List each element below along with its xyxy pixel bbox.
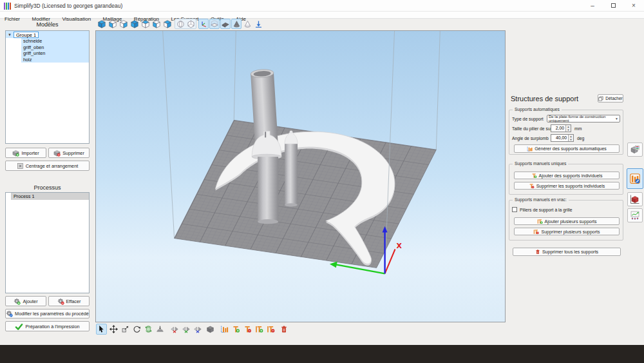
prepare-print-button[interactable]: Préparation à l'impression (5, 321, 90, 331)
view-back-cube-icon[interactable] (162, 19, 173, 29)
view-front-cube-icon[interactable] (129, 19, 140, 29)
grid-pillars-checkbox[interactable] (512, 207, 517, 212)
projection-orthographic-icon[interactable] (175, 19, 185, 28)
import-button-label: Importer (21, 150, 39, 156)
generate-supports-label: Générer des supports automatiques (535, 146, 607, 151)
support-type-select[interactable]: De la plate-forme de construction unique… (547, 115, 620, 123)
add-process-button[interactable]: Ajouter (5, 296, 46, 306)
move-model-icon[interactable] (108, 324, 119, 335)
view-iso-cube-icon[interactable] (97, 19, 107, 29)
generate-supports-icon (527, 146, 533, 152)
add-multiple-supports-icon[interactable] (254, 324, 265, 335)
close-button[interactable]: × (623, 0, 644, 12)
spinner-arrows[interactable]: ▲▼ (565, 125, 571, 132)
mirror-y-icon[interactable] (180, 324, 191, 335)
edit-process-settings-button[interactable]: Modifier les paramètres du procédé (5, 309, 90, 319)
print-statistics-icon[interactable] (627, 208, 643, 222)
mirror-z-icon[interactable] (192, 324, 203, 335)
remove-multiple-supports-button[interactable]: Supprimer plusieurs supports (514, 228, 620, 235)
chevron-down-icon[interactable]: ▼ (6, 33, 14, 37)
add-individual-supports-button[interactable]: Ajouter des supports individuels (514, 172, 620, 179)
center-arrange-button[interactable]: Centrage et arrangement (5, 161, 90, 171)
generate-supports-button[interactable]: Générer des supports automatiques (514, 144, 620, 153)
minimize-button[interactable]: – (582, 0, 603, 12)
remove-support-icon (529, 183, 535, 189)
import-button[interactable]: Importer (5, 148, 46, 158)
model-griff-oben[interactable] (285, 130, 298, 206)
scale-model-icon[interactable] (120, 324, 131, 335)
tree-item-schneide[interactable]: schneide (21, 38, 89, 44)
processes-panel-title: Processus (5, 184, 90, 191)
tree-item-griff-unten[interactable]: griff_unten (21, 50, 89, 57)
grid-pillars-checkbox-label: Piliers de support à la grille (520, 208, 573, 212)
chevron-down-icon: ▼ (615, 117, 618, 121)
detach-button[interactable]: Détacher (598, 94, 623, 103)
pack-models-icon[interactable] (205, 324, 216, 335)
process-label[interactable]: Process 1 (12, 193, 89, 200)
models-tree[interactable]: ▼ Groupe 1 schneide griff_oben griff_unt… (5, 30, 90, 144)
drop-to-bed-icon[interactable] (253, 19, 263, 29)
green-check-icon (15, 323, 23, 330)
tree-group-row[interactable]: ▼ Groupe 1 (6, 31, 89, 38)
projection-perspective-icon[interactable] (185, 19, 196, 28)
support-structures-tool-icon[interactable] (627, 168, 643, 189)
remove-individual-supports-button[interactable]: Supprimer les supports individuels (514, 182, 620, 190)
viewport-3d[interactable]: X (95, 30, 506, 322)
rotate-view-icon[interactable] (143, 324, 154, 335)
show-model-solid-icon[interactable] (231, 19, 242, 29)
tree-group-label[interactable]: Groupe 1 (14, 32, 39, 38)
mirror-x-icon[interactable] (169, 324, 180, 335)
pillar-size-value[interactable]: 2,00 (551, 125, 565, 132)
delete-model-button[interactable]: Supprimer (48, 148, 90, 158)
projection-toggle-group (175, 19, 196, 29)
overhang-angle-spinner[interactable]: 40,00 ▲▼ (551, 134, 574, 142)
view-left-cube-icon[interactable] (118, 19, 129, 29)
processes-list[interactable]: Process 1 (5, 192, 90, 293)
pillar-size-unit: mm (574, 126, 582, 131)
generate-supports-icon[interactable] (219, 324, 230, 335)
show-build-plate-solid-icon[interactable] (220, 19, 231, 29)
gear-minus-icon (57, 298, 64, 305)
models-panel-title: Modèles (5, 21, 90, 28)
process-color-cell (6, 193, 12, 200)
prepare-print-label: Préparation à l'impression (25, 324, 79, 329)
process-row[interactable]: Process 1 (6, 193, 89, 200)
add-support-icon (531, 173, 537, 179)
lay-flat-icon[interactable] (155, 324, 166, 335)
clear-process-button[interactable]: Effacer (48, 296, 90, 306)
auto-supports-group-label: Supports automatiques (513, 107, 562, 112)
gear-plus-icon (14, 298, 21, 305)
view-right-cube-icon[interactable] (151, 19, 162, 29)
tree-item-holz[interactable]: holz (21, 57, 89, 63)
select-cursor-icon[interactable] (96, 324, 107, 335)
tree-item-griff-oben[interactable]: griff_oben (21, 44, 89, 51)
overhang-angle-value[interactable]: 40,00 (551, 135, 568, 141)
cross-section-icon[interactable] (627, 192, 643, 206)
axis-x-label: X (397, 242, 402, 250)
view-top-cube-icon[interactable] (140, 19, 151, 29)
gear-edit-icon (6, 310, 13, 317)
maximize-button[interactable] (603, 0, 623, 12)
spinner-arrows[interactable]: ▲▼ (568, 135, 573, 141)
detach-window-icon (598, 96, 603, 101)
remove-multiple-supports-icon[interactable] (265, 324, 276, 335)
remove-all-supports-button[interactable]: Supprimer tous les supports (513, 248, 621, 256)
rotate-model-icon[interactable] (131, 324, 142, 335)
pillar-size-spinner[interactable]: 2,00 ▲▼ (551, 124, 571, 132)
arrange-grid-icon (17, 162, 24, 170)
simplify3d-logo-icon (4, 3, 11, 10)
view-bottom-cube-icon[interactable] (108, 19, 118, 29)
overhang-angle-label: Angle de surplomb (512, 136, 549, 141)
show-model-wireframe-icon[interactable] (242, 19, 252, 29)
model-settings-icon[interactable] (627, 142, 643, 157)
title-bar: Simplify3D (Licensed to georges garandea… (0, 0, 644, 12)
remove-support-icon[interactable] (242, 324, 253, 335)
delete-all-supports-icon[interactable] (278, 324, 289, 335)
show-build-plate-wire-icon[interactable] (209, 19, 220, 29)
trash-icon (535, 249, 540, 255)
add-support-icon[interactable] (231, 324, 242, 335)
delete-model-button-label: Supprimer (62, 150, 84, 156)
clear-process-button-label: Effacer (66, 299, 81, 304)
show-axes-icon[interactable] (198, 19, 209, 29)
add-multiple-supports-button[interactable]: Ajouter plusieurs supports (514, 217, 620, 225)
